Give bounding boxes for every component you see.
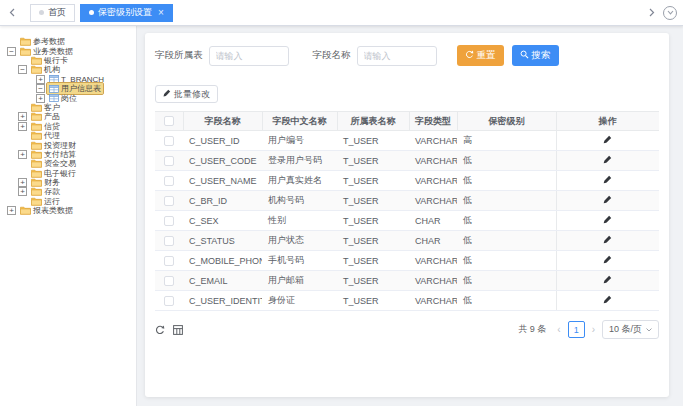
folder-icon bbox=[20, 206, 31, 215]
field-name-cell: C_EMAIL bbox=[183, 271, 262, 291]
tab-options-icon[interactable] bbox=[663, 6, 677, 20]
actions-cell bbox=[556, 251, 659, 271]
tree-node[interactable]: 客户 bbox=[7, 103, 133, 112]
table-row: C_EMAIL用户邮箱T_USERVARCHAR低 bbox=[155, 271, 659, 291]
page-number[interactable]: 1 bbox=[568, 321, 585, 338]
expand-icon[interactable]: + bbox=[18, 122, 27, 131]
actions-cell bbox=[556, 271, 659, 291]
collapse-icon[interactable]: − bbox=[36, 84, 45, 93]
edit-pencil-icon[interactable] bbox=[603, 195, 612, 204]
field-type-cell: VARCHAR bbox=[409, 131, 457, 151]
page-size-select[interactable]: 10 条/页 bbox=[602, 320, 659, 339]
secrecy-level-cell: 低 bbox=[457, 151, 556, 171]
expand-icon[interactable]: + bbox=[18, 187, 27, 196]
tree-node[interactable]: +岗位 bbox=[7, 93, 133, 102]
row-checkbox[interactable] bbox=[164, 216, 174, 226]
field-cname-cell: 用户编号 bbox=[262, 131, 337, 151]
edit-pencil-icon[interactable] bbox=[603, 295, 612, 304]
field-cname-cell: 登录用户号码 bbox=[262, 151, 337, 171]
actions-cell bbox=[556, 291, 659, 311]
tree-node[interactable]: +信贷 bbox=[7, 122, 133, 131]
field-cname-cell: 性别 bbox=[262, 211, 337, 231]
folder-icon bbox=[31, 112, 42, 121]
edit-pencil-icon[interactable] bbox=[603, 255, 612, 264]
table-header: 字段名称字段中文名称所属表名称字段类型保密级别操作 bbox=[155, 112, 659, 131]
row-checkbox[interactable] bbox=[164, 256, 174, 266]
filter-input-field[interactable] bbox=[357, 46, 437, 66]
row-checkbox[interactable] bbox=[164, 296, 174, 306]
collapse-icon[interactable]: − bbox=[18, 65, 27, 74]
expand-icon[interactable]: + bbox=[18, 150, 27, 159]
secrecy-level-cell: 低 bbox=[457, 191, 556, 211]
actions-cell bbox=[556, 151, 659, 171]
tree-node[interactable]: −业务类数据 bbox=[7, 46, 133, 55]
tree-node[interactable]: −机构 bbox=[7, 65, 133, 74]
actions-cell bbox=[556, 211, 659, 231]
tree-node[interactable]: 银行卡 bbox=[7, 56, 133, 65]
tree-node[interactable]: 电子银行 bbox=[7, 168, 133, 177]
edit-pencil-icon[interactable] bbox=[603, 235, 612, 244]
tabs-bar: 首页保密级别设置× bbox=[0, 0, 683, 26]
tab-secrecy-level-settings[interactable]: 保密级别设置× bbox=[80, 4, 173, 22]
row-checkbox[interactable] bbox=[164, 176, 174, 186]
expand-icon[interactable]: + bbox=[7, 206, 16, 215]
field-type-cell: VARCHAR bbox=[409, 171, 457, 191]
row-checkbox[interactable] bbox=[164, 236, 174, 246]
chevron-right-icon[interactable] bbox=[645, 0, 657, 25]
field-type-cell: VARCHAR bbox=[409, 151, 457, 171]
tab-close-icon[interactable]: × bbox=[158, 8, 164, 18]
edit-pencil-icon[interactable] bbox=[603, 275, 612, 284]
actions-cell bbox=[556, 131, 659, 151]
field-name-cell: C_USER_ID bbox=[183, 131, 262, 151]
tree-node-content[interactable]: 报表类数据 bbox=[18, 205, 75, 216]
expand-icon[interactable]: + bbox=[36, 75, 45, 84]
main-area: 字段所属表 字段名称 重置 搜索 bbox=[137, 26, 683, 406]
tree-node[interactable]: +存款 bbox=[7, 187, 133, 196]
table-name-cell: T_USER bbox=[337, 211, 409, 231]
table-row: C_BR_ID机构号码T_USERVARCHAR低 bbox=[155, 191, 659, 211]
expand-icon[interactable]: + bbox=[18, 112, 27, 121]
search-button[interactable]: 搜索 bbox=[512, 45, 559, 66]
refresh-icon[interactable] bbox=[155, 325, 165, 335]
tab-home[interactable]: 首页 bbox=[30, 4, 75, 22]
tab-label: 首页 bbox=[48, 6, 66, 19]
table-row: C_STATUS用户状态T_USERCHAR低 bbox=[155, 231, 659, 251]
row-checkbox-cell bbox=[155, 131, 183, 151]
select-all-checkbox[interactable] bbox=[164, 116, 174, 126]
tree-node[interactable]: +报表类数据 bbox=[7, 206, 133, 215]
column-header: 保密级别 bbox=[457, 112, 556, 131]
filter-input-table[interactable] bbox=[209, 46, 289, 66]
row-checkbox[interactable] bbox=[164, 136, 174, 146]
edit-pencil-icon[interactable] bbox=[603, 155, 612, 164]
total-count: 共 9 条 bbox=[518, 323, 546, 336]
tree-node-content[interactable]: 机构 bbox=[29, 64, 62, 75]
header-checkbox-cell bbox=[155, 112, 183, 131]
tree-node[interactable]: +财务 bbox=[7, 178, 133, 187]
row-checkbox[interactable] bbox=[164, 196, 174, 206]
row-checkbox[interactable] bbox=[164, 156, 174, 166]
batch-edit-button[interactable]: 批量修改 bbox=[155, 85, 218, 103]
batch-edit-label: 批量修改 bbox=[174, 88, 210, 101]
edit-pencil-icon[interactable] bbox=[603, 175, 612, 184]
chevron-left-icon[interactable] bbox=[6, 0, 18, 25]
field-name-cell: C_SEX bbox=[183, 211, 262, 231]
collapse-icon[interactable]: − bbox=[7, 47, 16, 56]
row-checkbox-cell bbox=[155, 271, 183, 291]
actions-cell bbox=[556, 171, 659, 191]
prev-page-icon[interactable]: ‹ bbox=[557, 324, 560, 335]
edit-pencil-icon[interactable] bbox=[603, 215, 612, 224]
row-checkbox-cell bbox=[155, 151, 183, 171]
field-type-cell: VARCHAR bbox=[409, 251, 457, 271]
field-cname-cell: 用户邮箱 bbox=[262, 271, 337, 291]
column-settings-icon[interactable] bbox=[173, 325, 183, 335]
column-header: 字段名称 bbox=[183, 112, 262, 131]
tab-dot-icon bbox=[89, 10, 94, 15]
next-page-icon[interactable]: › bbox=[592, 324, 595, 335]
reset-button[interactable]: 重置 bbox=[457, 45, 504, 66]
row-checkbox[interactable] bbox=[164, 276, 174, 286]
tree-node[interactable]: +产品 bbox=[7, 112, 133, 121]
expand-icon[interactable]: + bbox=[18, 178, 27, 187]
page-size-value: 10 条/页 bbox=[609, 323, 642, 336]
edit-pencil-icon[interactable] bbox=[603, 135, 612, 144]
row-checkbox-cell bbox=[155, 291, 183, 311]
